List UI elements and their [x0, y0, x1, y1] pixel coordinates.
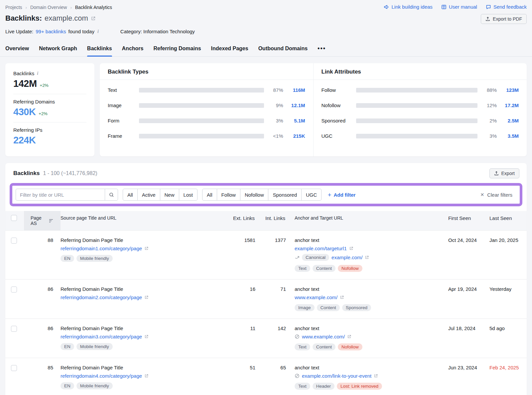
page-as-value: 86 — [24, 280, 61, 299]
link-type-badge: Text — [295, 265, 310, 272]
info-icon[interactable]: i — [36, 71, 39, 76]
link-attributes-panel: Link Attributes Follow 88% 123M Nofollow… — [313, 63, 527, 156]
page-as-value: 88 — [24, 231, 61, 250]
external-link-icon[interactable] — [347, 334, 351, 339]
stat-ref-ips-value[interactable]: 224K — [13, 135, 36, 146]
tab-overview[interactable]: Overview — [5, 43, 29, 56]
bar-value-link[interactable]: 3.5M — [501, 133, 519, 139]
external-link-icon[interactable] — [144, 246, 149, 251]
live-update-backlinks-link[interactable]: 99+ backlinks — [36, 29, 66, 34]
stat-ref-domains-value[interactable]: 430K — [13, 106, 36, 117]
type-filter-all[interactable]: All — [202, 189, 217, 201]
external-link-icon[interactable] — [91, 16, 96, 21]
bar-track — [139, 134, 264, 138]
top-bar: Projects › Domain Overview › Backlink An… — [5, 4, 527, 10]
category-label: Category: Information Technology — [120, 29, 195, 34]
column-header-anchor[interactable]: Anchor and Target URL — [286, 211, 448, 225]
type-filter-follow[interactable]: Follow — [217, 189, 240, 201]
column-header-source[interactable]: Source page Title and URL — [61, 211, 225, 225]
breadcrumb-projects[interactable]: Projects — [5, 5, 22, 10]
tab-anchors[interactable]: Anchors — [122, 43, 144, 56]
tab-backlinks[interactable]: Backlinks — [87, 43, 112, 56]
link-building-ideas-link[interactable]: Link building ideas — [384, 4, 432, 10]
target-url-link[interactable]: www.example.com/ — [302, 334, 345, 339]
stat-backlinks-label: Backlinks — [13, 71, 34, 76]
column-header-int-links[interactable]: Int. Links — [255, 211, 286, 225]
external-link-icon[interactable] — [349, 246, 353, 251]
source-url-link[interactable]: referringdomain2.com/category/page — [61, 295, 142, 300]
external-link-icon[interactable] — [144, 374, 149, 378]
page-as-value: 85 — [24, 358, 61, 378]
external-link-icon[interactable] — [340, 295, 344, 299]
filter-input[interactable] — [16, 189, 105, 201]
bar-value-link[interactable]: 17.2M — [501, 102, 519, 108]
bar-row-text: Text 87% 116M — [108, 87, 305, 93]
row-checkbox[interactable] — [11, 287, 17, 293]
type-filter-sponsored[interactable]: Sponsored — [268, 189, 302, 201]
breadcrumb-domain-overview[interactable]: Domain Overview — [30, 5, 67, 10]
send-feedback-label: Send feedback — [493, 4, 527, 10]
type-filter-ugc[interactable]: UGC — [302, 189, 322, 201]
export-button[interactable]: Export — [489, 168, 519, 178]
bar-value-link[interactable]: 12.1M — [287, 102, 305, 108]
info-icon[interactable]: i — [97, 29, 99, 34]
target-url-link[interactable]: example.com/targeturl1 — [295, 246, 347, 251]
status-filter-lost[interactable]: Lost — [179, 189, 198, 201]
user-manual-link[interactable]: User manual — [441, 4, 477, 10]
tab-referring-domains[interactable]: Referring Domains — [153, 43, 201, 56]
column-header-first-seen[interactable]: First Seen — [448, 211, 489, 225]
status-filter-active[interactable]: Active — [138, 189, 160, 201]
stat-referring-domains: Referring Domains 430K +2% — [13, 94, 86, 122]
status-filter-group: All Active New Lost — [123, 189, 198, 201]
type-filter-nofollow[interactable]: Nofollow — [240, 189, 269, 201]
anchor-text: anchor text — [295, 365, 448, 370]
breadcrumb-separator: › — [26, 5, 27, 10]
source-url-link[interactable]: referringdomain3.com/category/page — [61, 334, 142, 339]
bar-value-link[interactable]: 123M — [501, 87, 519, 93]
tab-indexed-pages[interactable]: Indexed Pages — [211, 43, 248, 56]
canonical-url-link[interactable]: example.com/ — [332, 255, 362, 260]
target-url-link[interactable]: example.com/link-to-your-event — [302, 373, 371, 379]
page-title-domain: example.com — [45, 14, 88, 23]
export-to-pdf-button[interactable]: Export to PDF — [481, 14, 527, 24]
target-url-link[interactable]: www.example.com/ — [295, 295, 337, 300]
source-url-link[interactable]: referringdomain4.com/category/page — [61, 373, 142, 379]
link-type-badge: Text — [295, 383, 310, 390]
send-feedback-link[interactable]: Send feedback — [486, 4, 527, 10]
external-link-icon[interactable] — [144, 334, 149, 339]
column-header-last-seen[interactable]: Last Seen — [489, 211, 527, 225]
row-checkbox[interactable] — [11, 238, 17, 244]
status-filter-new[interactable]: New — [160, 189, 179, 201]
column-header-page-as[interactable]: Page AS — [24, 211, 61, 230]
source-url-link[interactable]: referringdomain1.com/category/page — [61, 246, 142, 251]
backlinks-table: Page AS Source page Title and URL Ext. L… — [5, 211, 527, 395]
language-badge: EN — [61, 343, 74, 350]
external-link-icon[interactable] — [365, 255, 369, 260]
title-row: Backlinks: example.com Export to PDF — [5, 14, 527, 24]
page-as-value: 86 — [24, 319, 61, 338]
redirect-arrow-icon — [295, 255, 300, 260]
bar-row-image: Image 9% 12.1M — [108, 102, 305, 108]
search-button[interactable] — [105, 189, 118, 201]
clear-filters-button[interactable]: ✕ Clear filters — [480, 192, 516, 198]
tabs-more-menu[interactable]: ••• — [318, 43, 326, 56]
tab-outbound-domains[interactable]: Outbound Domains — [258, 43, 308, 56]
source-page-title: Referring Domain Page Title — [61, 365, 225, 370]
tab-network-graph[interactable]: Network Graph — [39, 43, 77, 56]
status-filter-all[interactable]: All — [123, 189, 138, 201]
bar-value-link[interactable]: 5.1M — [287, 118, 305, 123]
column-header-ext-links[interactable]: Ext. Links — [225, 211, 255, 225]
row-checkbox[interactable] — [11, 365, 17, 371]
bar-value-link[interactable]: 215K — [287, 133, 305, 139]
external-link-icon[interactable] — [144, 295, 149, 299]
type-filter-group: All Follow Nofollow Sponsored UGC — [202, 189, 322, 201]
row-checkbox[interactable] — [11, 326, 17, 332]
bar-value-link[interactable]: 116M — [287, 87, 305, 93]
select-all-checkbox[interactable] — [11, 215, 17, 221]
bar-value-link[interactable]: 2.5M — [501, 118, 519, 123]
close-icon: ✕ — [480, 192, 484, 197]
external-link-icon[interactable] — [374, 374, 378, 378]
add-filter-button[interactable]: + Add filter — [328, 192, 355, 198]
ext-links-value: 1581 — [225, 231, 255, 250]
export-to-pdf-label: Export to PDF — [493, 16, 522, 22]
